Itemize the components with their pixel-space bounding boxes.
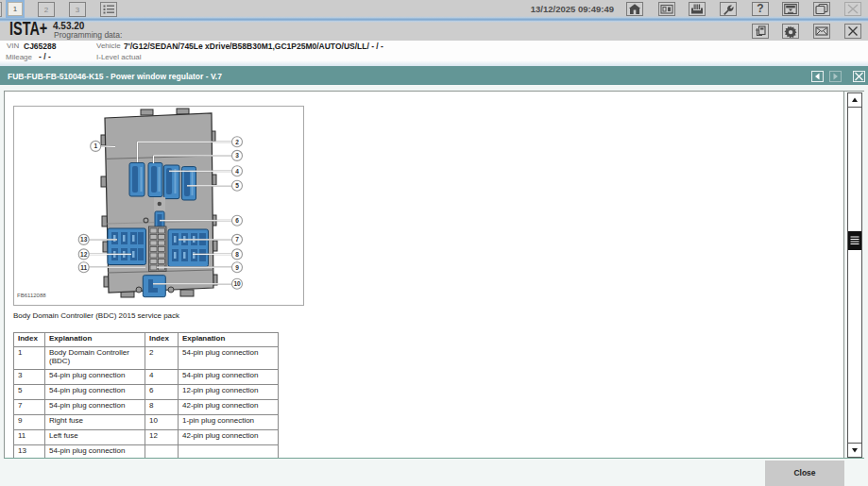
svg-text:8: 8	[235, 251, 239, 258]
svg-text:12: 12	[80, 251, 88, 258]
svg-text:3: 3	[235, 152, 239, 159]
svg-text:9: 9	[235, 264, 239, 271]
svg-text:6: 6	[235, 217, 239, 224]
svg-text:7: 7	[235, 236, 239, 243]
svg-text:4: 4	[235, 168, 239, 175]
svg-text:11: 11	[80, 264, 87, 271]
svg-text:13: 13	[80, 236, 88, 243]
svg-text:5: 5	[235, 182, 239, 189]
svg-text:2: 2	[235, 139, 239, 145]
svg-text:10: 10	[233, 280, 241, 287]
svg-text:1: 1	[94, 142, 97, 149]
